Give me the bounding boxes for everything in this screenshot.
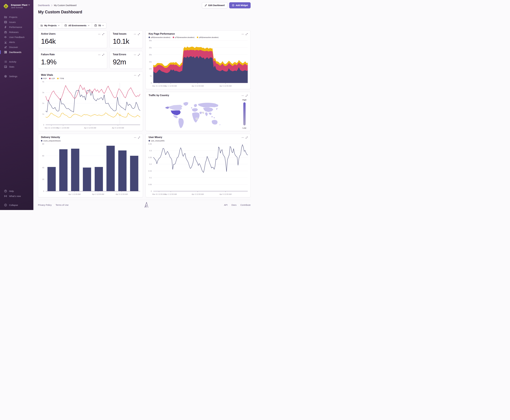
chevron-down-icon [102,25,104,26]
widget-user-misery: User Misery user_misery(300) 00.050.10.1… [146,134,251,197]
sidebar-item-releases[interactable]: Releases [0,30,33,35]
sidebar-item-whats-new[interactable]: What's new [0,194,33,199]
widget-expand-button[interactable] [102,53,105,56]
sidebar-item-label: Help [9,190,14,192]
widget-title: User Misery [148,136,162,139]
widget-expand-button[interactable] [137,53,140,56]
widget-menu-button[interactable] [133,136,137,139]
svg-text:0.1: 0.1 [149,177,152,179]
project-filter[interactable]: My Projects [38,23,62,28]
widget-menu-button[interactable] [133,74,137,77]
terms-of-use-link[interactable]: Terms of Use [56,204,68,206]
widget-expand-button[interactable] [245,136,248,139]
svg-text:80: 80 [42,143,44,145]
stat-value: 1.9% [41,58,107,66]
stat-value: 10.1k [113,38,143,45]
date-range-filter[interactable]: 7D [92,23,106,28]
legend-item: LCP [49,78,55,79]
widget-expand-button[interactable] [137,136,141,139]
widget-title: Delivery Velocity [41,136,60,139]
org-name: Empower Plant [11,4,27,7]
legend-item: p50(transaction.duration) [197,37,219,38]
environment-filter-label: All Environments [68,24,86,27]
legend-dot [57,78,59,79]
environment-filter[interactable]: All Environments [62,23,92,28]
sidebar-collapse-button[interactable]: Collapse [0,202,33,208]
svg-text:Apr 3 12:00 AM: Apr 3 12:00 AM [192,193,204,195]
widget-menu-button[interactable] [98,53,101,56]
sidebar-item-projects[interactable]: Projects [0,15,33,20]
sidebar-item-settings[interactable]: Settings [0,74,33,79]
svg-text:Mar 31 12:00 AM: Mar 31 12:00 AM [45,127,58,129]
contribute-link[interactable]: Contribute [240,204,251,206]
sidebar-item-user-feedback[interactable]: User Feedback [0,35,33,40]
sidebar-item-dashboards[interactable]: Dashboards [0,50,33,55]
widget-active-users: Active Users 164k [38,30,107,48]
sidebar-item-label: Dashboards [9,51,22,53]
widget-menu-button[interactable] [133,53,137,56]
widget-menu-button[interactable] [241,94,244,97]
sidebar-nav: Projects Issues Performance Releases Use… [0,15,33,79]
edit-dashboard-button[interactable]: Edit Dashboard [202,2,227,8]
user-feedback-icon [4,36,7,38]
svg-text:Apr 5 12:00 AM: Apr 5 12:00 AM [112,127,124,129]
svg-text:25s: 25s [149,47,152,49]
chart-legend: count_unique(release) [38,139,143,142]
svg-text:0.35: 0.35 [148,143,152,145]
legend-item: TTFB [57,78,64,79]
api-link[interactable]: API [224,204,228,206]
web-vitals-chart[interactable]: 01s2s3s4sMar 31 12:00 AMApr 1 12:00 AMAp… [39,80,142,130]
svg-text:Apr 1 12:00 AM: Apr 1 12:00 AM [165,85,177,87]
legend-dot [41,78,42,79]
sidebar-item-alerts[interactable]: Alerts [0,40,33,45]
widget-title: Web Vitals [41,74,53,76]
world-map[interactable] [152,99,235,130]
privacy-policy-link[interactable]: Privacy Policy [38,204,52,206]
sidebar-item-help[interactable]: Help [0,189,33,194]
docs-link[interactable]: Docs [231,204,237,206]
widget-menu-button[interactable] [241,136,244,139]
chevron-right-icon [51,5,52,6]
delivery-velocity-chart[interactable]: 020406080Apr 1 12:00 AMApr 3 12:00 AMApr… [39,142,142,197]
add-widget-button[interactable]: Add Widget [229,2,251,8]
legend-label: FCP [43,78,47,79]
widget-expand-button[interactable] [137,74,141,77]
sidebar-item-issues[interactable]: Issues [0,20,33,25]
sidebar-item-activity[interactable]: Activity [0,59,33,64]
map-legend: High Low [242,99,246,129]
legend-dot [148,140,150,142]
main-content: Dashboards My Custom Dashboard Edit Dash… [33,0,255,210]
widget-expand-button[interactable] [102,32,105,36]
help-icon [4,190,7,193]
broadcast-icon [4,195,7,198]
pencil-icon [205,4,207,7]
widget-expand-button[interactable] [245,94,248,97]
widget-menu-button[interactable] [241,32,244,36]
breadcrumb-dashboards-link[interactable]: Dashboards [38,4,50,7]
org-switcher[interactable]: Empower Plant Jane Schmidt [0,0,33,11]
svg-text:15s: 15s [149,61,152,63]
legend-dot [173,37,174,38]
sidebar-item-performance[interactable]: Performance [0,25,33,30]
sidebar-item-label: Performance [9,26,22,28]
widget-expand-button[interactable] [245,32,248,36]
widget-expand-button[interactable] [137,32,140,36]
svg-text:Mar 31 12:00 AM: Mar 31 12:00 AM [152,85,166,87]
sidebar-item-label: Alerts [9,41,15,43]
widget-title: Key Page Performance [148,32,175,35]
sidebar-item-label: User Feedback [9,36,25,38]
widget-menu-button[interactable] [133,32,137,36]
svg-text:20: 20 [42,178,44,180]
svg-text:Apr 1 12:00 AM: Apr 1 12:00 AM [165,193,177,195]
widget-title: Active Users [41,32,56,35]
org-logo-icon [3,3,9,9]
key-page-performance-chart[interactable]: 05s10s15s20s25s30sMar 31 12:00 AMApr 1 1… [146,39,249,88]
widget-total-errors: Total Errors 92m [110,51,143,69]
sidebar-item-discover[interactable]: Discover [0,45,33,50]
plus-circle-icon [232,4,234,7]
user-misery-chart[interactable]: 00.050.10.150.20.250.30.35Mar 31 12:00 A… [146,142,249,197]
chart-legend: user_misery(300) [146,139,251,142]
project-filter-label: My Projects [44,24,57,27]
widget-menu-button[interactable] [98,32,101,36]
sidebar-item-stats[interactable]: Stats [0,64,33,69]
